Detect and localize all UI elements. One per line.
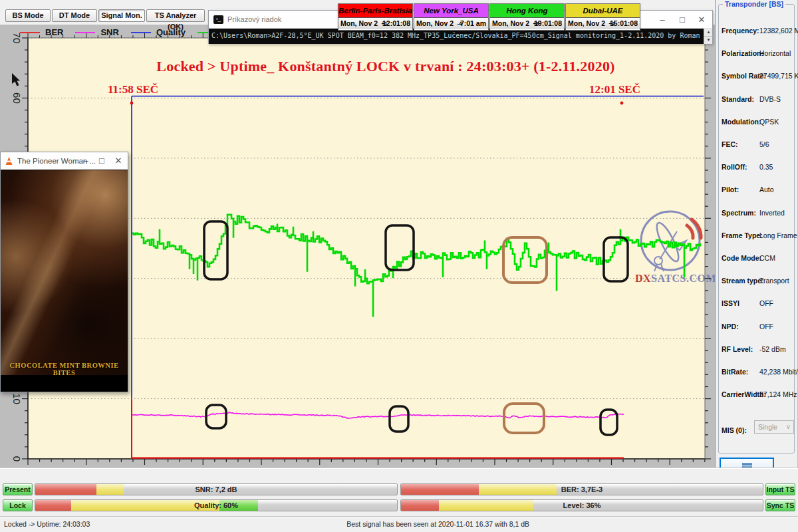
tab-signal-mon-[interactable]: Signal Mon. [98, 9, 145, 22]
svg-text:60: 60 [11, 92, 23, 104]
level-progressbar: Level: 36% [400, 499, 763, 511]
legend-item-ber: BER [20, 27, 63, 37]
mis-value: Single [758, 423, 777, 431]
maximize-icon[interactable]: □ [675, 13, 690, 26]
legend-line [20, 32, 40, 33]
field-value: Horizontal [759, 49, 791, 57]
snr-progressbar: SNR: 7,2 dB [35, 483, 398, 495]
maximize-icon[interactable]: □ [94, 154, 109, 167]
vlc-video-area[interactable]: CHOCOLATE MINT BROWNIE BITES [1, 170, 128, 375]
chevron-down-icon: ∨ [786, 421, 791, 433]
clock-city-label: Dubai-UAE [566, 4, 640, 18]
field-value: Inverted [759, 209, 785, 217]
clock-time-row: Mon, Nov 2+415:01:08 [566, 18, 640, 29]
field-label: Pilot: [722, 186, 739, 194]
clock-date: Mon, Nov 2 [416, 18, 454, 29]
field-value: -52 dBm [759, 345, 786, 353]
svg-text:0: 0 [11, 456, 23, 462]
console-icon: ›_ [213, 15, 223, 24]
clock-time-row: Mon, Nov 2+819:01:08 [490, 18, 564, 29]
transponder-groupbox-title: Transponder [BS] [723, 0, 785, 8]
svg-text:10: 10 [11, 393, 23, 404]
field-value: 27499,715 KS/s [759, 72, 798, 80]
field-label: Frame Type: [722, 231, 763, 239]
field-label: Spectrum: [722, 209, 756, 217]
tab-bs-mode[interactable]: BS Mode [5, 9, 51, 22]
field-label: Stream type: [722, 277, 764, 285]
field-value: 37,124 MHz [759, 390, 797, 398]
clock-city-label: Berlin-Paris-Bratislava [338, 4, 412, 18]
clock-city-label: New York_USA [414, 4, 488, 18]
clock-time: 12:01:08 [382, 18, 410, 29]
field-label: Standard: [722, 95, 754, 103]
close-icon[interactable]: ✕ [111, 154, 126, 167]
transponder-groupbox: Transponder [BS] [718, 4, 795, 454]
field-value: CCM [759, 254, 775, 262]
field-label: Frequency: [722, 27, 759, 35]
console-output: C:\Users\Roman>A2F-28,5°E_UK SPOT BEAM_f… [209, 29, 712, 44]
present-button[interactable]: Present [3, 483, 33, 495]
clock-city-label: Hong Kong [490, 4, 564, 18]
field-value: Transport [759, 277, 789, 285]
field-value: Long Frame [759, 231, 797, 239]
minimize-icon[interactable]: – [655, 13, 670, 26]
field-label: NPD: [722, 323, 739, 331]
field-value: 12382,602 MHz [759, 27, 798, 35]
tab-ts-analyzer-ok-[interactable]: TS Analyzer (OK) [146, 9, 205, 22]
quality-progressbar: Quality: 60% [35, 499, 398, 511]
clock-time-row: Mon, Nov 2+112:01:08 [338, 18, 412, 29]
legend-item-snr: SNR [75, 27, 118, 37]
clock-dubai-uae: Dubai-UAEMon, Nov 2+415:01:08 [565, 3, 640, 31]
field-value: Auto [759, 186, 774, 194]
field-label: Polarization: [722, 49, 763, 57]
console-scrollbar[interactable]: ▲ ▼ [704, 29, 712, 44]
scroll-down-icon[interactable]: ▼ [704, 36, 713, 43]
statusbar: Locked -> Uptime: 24:03:03 Best signal h… [0, 516, 798, 532]
clock-time: 19:01:08 [534, 18, 562, 29]
clock-date: Mon, Nov 2 [340, 18, 378, 29]
field-value: 42,238 Mbit/s [759, 368, 798, 376]
bar-label: BER: 3,7E-3 [401, 484, 763, 495]
field-label: ISSYI [722, 299, 739, 307]
tab-dt-mode[interactable]: DT Mode [52, 9, 97, 22]
legend-label: SNR [100, 27, 118, 37]
bar-label: Level: 36% [401, 500, 763, 511]
field-value: 0.35 [759, 163, 773, 171]
clock-time-row: Mon, Nov 2-47:01 am [414, 18, 488, 29]
clock-time: 15:01:08 [610, 18, 638, 29]
bar-label: SNR: 7,2 dB [35, 484, 397, 495]
lock-button[interactable]: Lock [3, 499, 33, 511]
chart-title: Locked > Uptime_ Konštantný LOCK v trvan… [86, 58, 685, 75]
chart-end-time-label: 12:01 SEČ [589, 83, 640, 96]
field-label: Code Mode: [722, 254, 761, 262]
field-value: OFF [759, 299, 773, 307]
clock-hong-kong: Hong KongMon, Nov 2+819:01:08 [489, 3, 565, 31]
field-label: RollOff: [722, 163, 747, 171]
clock-date: Mon, Nov 2 [568, 18, 605, 29]
signal-status-panel: PresentLockInput TSSync TSSNR: 7,2 dBBER… [0, 467, 798, 516]
transponder-sidebar: Transponder [BS] Frequency:12382,602 MHz… [715, 0, 798, 477]
field-label: FEC: [722, 140, 738, 148]
svg-text:DXSATCS.COM: DXSATCS.COM [635, 273, 715, 284]
uptime-status: Locked -> Uptime: 24:03:03 [4, 520, 90, 528]
field-value: DVB-S [759, 95, 781, 103]
input-ts-button[interactable]: Input TS [765, 483, 795, 495]
sync-ts-button[interactable]: Sync TS [765, 499, 795, 511]
clock-time: 7:01 am [460, 18, 486, 29]
world-clocks: Berlin-Paris-BratislavaMon, Nov 2+112:01… [338, 3, 641, 31]
field-label: BitRate: [722, 368, 748, 376]
clock-date: Mon, Nov 2 [492, 18, 529, 29]
chart-start-time-label: 11:58 SEČ [108, 83, 158, 96]
minimize-icon[interactable]: – [78, 154, 93, 167]
cursor-icon [12, 73, 20, 86]
field-value: 5/6 [759, 140, 769, 148]
mis-label: MIS (0): [722, 426, 747, 434]
field-label: RF Level: [722, 345, 753, 353]
ber-progressbar: BER: 3,7E-3 [400, 483, 763, 495]
console-title: Príkazový riadok [227, 15, 281, 23]
mis-dropdown[interactable]: Single ∨ [754, 420, 794, 434]
video-caption: CHOCOLATE MINT BROWNIE BITES [1, 362, 128, 376]
scroll-up-icon[interactable]: ▲ [704, 29, 713, 36]
close-icon[interactable]: ✕ [694, 13, 709, 26]
clock-new-york-usa: New York_USAMon, Nov 2-47:01 am [414, 3, 489, 31]
